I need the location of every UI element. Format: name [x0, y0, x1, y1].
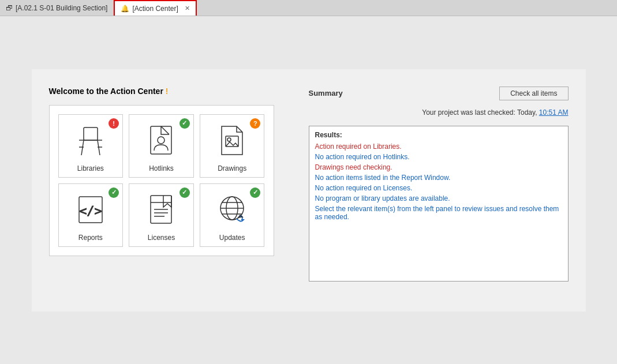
grid-item-hotlinks[interactable]: ✓ Hotlinks [129, 114, 194, 178]
tab-building-section-label: [A.02.1 S-01 Building Section] [16, 4, 107, 12]
summary-title: Summary [309, 89, 343, 97]
tab-bar: 🗗 [A.02.1 S-01 Building Section] 🔔 [Acti… [0, 0, 617, 16]
last-checked-text: Your project was last checked: Today, 10… [309, 108, 569, 117]
grid-item-drawings[interactable]: ? Drawings [200, 114, 265, 178]
licenses-icon [144, 191, 178, 228]
svg-line-2 [81, 140, 84, 155]
action-center-panel: Welcome to the Action Center! ! [32, 69, 586, 312]
svg-rect-0 [84, 127, 98, 140]
grid-container: ! Libraries [49, 105, 274, 256]
licenses-label: Licenses [148, 234, 175, 242]
reports-label: Reports [78, 234, 103, 242]
badge-libraries: ! [109, 118, 119, 129]
summary-header: Summary Check all items [309, 87, 569, 100]
left-section: Welcome to the Action Center! ! [49, 87, 291, 256]
svg-text:</>: </> [79, 204, 102, 218]
building-section-icon: 🗗 [6, 4, 13, 12]
hotlinks-icon-area [138, 121, 184, 161]
updates-label: Updates [219, 234, 245, 242]
drawings-icon-area [209, 121, 255, 161]
hotlinks-label: Hotlinks [149, 164, 174, 172]
grid-item-updates[interactable]: ✓ Updat [200, 183, 265, 247]
result-item: Select the relevant item(s) from the lef… [315, 205, 562, 221]
reports-icon-area: </> [68, 190, 114, 230]
libraries-icon-area [68, 121, 114, 161]
badge-updates: ✓ [250, 187, 260, 198]
updates-icon [215, 191, 249, 228]
result-item: Action required on Libraries. [315, 142, 562, 151]
svg-point-7 [158, 137, 164, 144]
tab-close-button[interactable]: ✕ [185, 5, 190, 12]
result-item: No action required on Licenses. [315, 184, 562, 192]
grid-item-reports[interactable]: ✓ </> Reports [58, 183, 124, 247]
result-item: No action items listed in the Report Win… [315, 174, 562, 182]
action-center-icon: 🔔 [121, 5, 129, 13]
badge-reports: ✓ [109, 187, 119, 198]
grid-item-libraries[interactable]: ! Libraries [58, 114, 124, 178]
tab-building-section[interactable]: 🗗 [A.02.1 S-01 Building Section] [0, 0, 114, 16]
drawings-label: Drawings [218, 164, 246, 172]
last-checked-time[interactable]: 10:51 AM [539, 108, 569, 117]
result-item: Drawings need checking. [315, 163, 562, 171]
reports-icon: </> [73, 191, 108, 228]
svg-point-9 [227, 138, 231, 141]
chair-icon [73, 122, 108, 159]
main-area: Welcome to the Action Center! ! [0, 16, 617, 364]
result-item: No action required on Hotlinks. [315, 153, 562, 161]
hotlinks-icon [144, 122, 178, 159]
grid-item-licenses[interactable]: ✓ Licen [129, 183, 194, 247]
updates-icon-area [209, 190, 255, 230]
results-box[interactable]: Results: Action required on Libraries.No… [309, 126, 569, 282]
badge-hotlinks: ✓ [180, 118, 190, 129]
drawings-icon [215, 122, 249, 159]
licenses-icon-area [138, 190, 184, 230]
tab-action-center[interactable]: 🔔 [Action Center] ✕ [114, 0, 196, 16]
check-all-button[interactable]: Check all items [499, 87, 568, 100]
badge-licenses: ✓ [180, 187, 190, 198]
welcome-title: Welcome to the Action Center! [49, 87, 291, 96]
libraries-label: Libraries [77, 164, 104, 172]
svg-line-3 [98, 140, 100, 155]
results-label: Results: [315, 131, 562, 139]
badge-drawings: ? [250, 118, 260, 129]
right-section: Summary Check all items Your project was… [291, 87, 569, 282]
tab-action-center-label: [Action Center] [132, 5, 178, 13]
result-item: No program or library updates are availa… [315, 194, 562, 202]
results-list: Action required on Libraries.No action r… [315, 142, 562, 221]
